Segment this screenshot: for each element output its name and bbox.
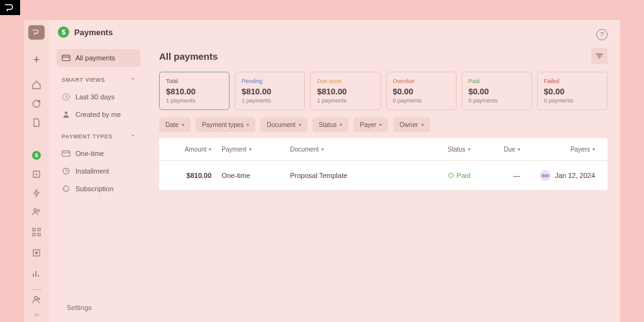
nav-rail: + $ JO xyxy=(24,20,49,322)
card-icon xyxy=(62,149,70,158)
chevron-down-icon: ▾ xyxy=(247,122,249,128)
card-overdue[interactable]: Overdue $0.00 0 payments xyxy=(386,72,457,110)
table-row[interactable]: $810.00 One-time Proposal Template Paid … xyxy=(159,160,608,191)
nav-subscription[interactable]: Subscription xyxy=(57,180,140,197)
installment-icon xyxy=(62,167,70,175)
chevron-down-icon: ▾ xyxy=(182,122,184,128)
card-total[interactable]: Total $810.00 1 payments xyxy=(159,72,230,110)
card-paid[interactable]: Paid $0.00 0 payments xyxy=(462,72,532,110)
brand-corner-logo xyxy=(0,0,20,15)
filter-document[interactable]: Document▾ xyxy=(260,118,308,132)
nav-settings[interactable]: Settings xyxy=(57,299,140,316)
svg-rect-19 xyxy=(62,151,70,157)
nav-one-time[interactable]: One-time xyxy=(57,145,140,162)
chevron-down-icon: ▾ xyxy=(321,147,324,152)
section-payment-types[interactable]: PAYMENT TYPES ⌃ xyxy=(57,131,140,142)
card-pending[interactable]: Pending $810.00 1 payments xyxy=(235,72,305,110)
dollar-icon: $ xyxy=(58,26,69,38)
col-amount[interactable]: Amount ▾ xyxy=(172,146,221,153)
main-content: ? All payments Total $810.00 1 payments … xyxy=(147,20,620,322)
svg-rect-8 xyxy=(33,228,35,231)
col-status[interactable]: Status ▾ xyxy=(408,146,470,153)
chevron-down-icon: ▾ xyxy=(421,122,424,128)
payments-table: Amount ▾ Payment ▾ Document ▾ Status ▾ D… xyxy=(159,138,608,191)
templates-icon[interactable] xyxy=(29,167,44,180)
filter-date[interactable]: Date▾ xyxy=(159,118,191,132)
apps-icon[interactable] xyxy=(29,225,44,240)
help-button[interactable]: ? xyxy=(596,29,608,40)
payer-avatar: BW xyxy=(540,170,551,181)
chevron-down-icon: ▾ xyxy=(340,122,342,128)
analytics-icon[interactable] xyxy=(29,266,44,281)
col-payment[interactable]: Payment ▾ xyxy=(221,146,290,153)
topbar: ? xyxy=(159,29,608,40)
chevron-down-icon: ▾ xyxy=(299,122,301,128)
page-header: All payments xyxy=(159,48,608,64)
card-icon xyxy=(62,53,70,62)
sidebar-header: $ Payments xyxy=(57,26,140,38)
recurring-icon xyxy=(62,184,70,193)
home-icon[interactable] xyxy=(29,78,44,91)
summary-cards: Total $810.00 1 payments Pending $810.00… xyxy=(159,72,608,110)
svg-rect-13 xyxy=(35,252,38,254)
svg-point-7 xyxy=(38,210,40,212)
filter-toggle-button[interactable] xyxy=(591,48,608,64)
app-frame: + $ JO $ Payments All payments SMART V xyxy=(24,20,620,322)
cell-document: Proposal Template xyxy=(290,172,408,179)
table-header: Amount ▾ Payment ▾ Document ▾ Status ▾ D… xyxy=(159,138,608,160)
cell-amount: $810.00 xyxy=(172,172,221,179)
nav-label: All payments xyxy=(75,54,115,62)
nav-created-by-me[interactable]: Created by me xyxy=(57,106,140,123)
status-dot-icon xyxy=(448,173,453,178)
cell-payment: One-time xyxy=(221,172,290,179)
sidebar: $ Payments All payments SMART VIEWS ⌃ La… xyxy=(49,20,147,322)
invite-icon[interactable] xyxy=(29,292,44,308)
chevron-down-icon: ▾ xyxy=(379,122,382,128)
svg-point-5 xyxy=(36,173,38,175)
chevron-up-icon: ⌃ xyxy=(131,77,136,83)
filter-payment-types[interactable]: Payment types▾ xyxy=(196,118,255,132)
svg-point-1 xyxy=(38,100,40,103)
svg-rect-9 xyxy=(38,228,40,231)
payments-icon[interactable]: $ xyxy=(29,148,44,162)
chevron-down-icon: ▾ xyxy=(249,147,252,152)
rail-footer-text: JO xyxy=(34,313,39,317)
filter-status[interactable]: Status▾ xyxy=(313,118,348,132)
col-payers[interactable]: Payers ▾ xyxy=(520,146,595,153)
page-title: All payments xyxy=(159,51,218,62)
filter-payer[interactable]: Payer▾ xyxy=(353,118,388,132)
svg-point-6 xyxy=(34,209,36,211)
cell-due: — xyxy=(470,172,520,179)
contacts-icon[interactable] xyxy=(29,206,44,219)
cell-payers: BW Jan 12, 2024 xyxy=(520,170,595,181)
svg-point-18 xyxy=(65,111,67,114)
documents-icon[interactable] xyxy=(29,116,44,130)
activity-icon[interactable] xyxy=(29,97,44,110)
chevron-down-icon: ▾ xyxy=(592,147,595,152)
library-icon[interactable] xyxy=(29,245,44,260)
brand-logo[interactable] xyxy=(28,25,45,40)
sidebar-title: Payments xyxy=(74,28,113,37)
automation-icon[interactable] xyxy=(29,187,44,200)
chevron-down-icon: ▾ xyxy=(209,147,211,152)
card-failed[interactable]: Failed $0.00 0 payments xyxy=(537,72,608,110)
svg-rect-11 xyxy=(38,233,40,236)
create-new-button[interactable]: + xyxy=(29,53,44,67)
person-icon xyxy=(62,110,70,119)
section-smart-views[interactable]: SMART VIEWS ⌃ xyxy=(57,74,140,86)
svg-point-14 xyxy=(35,296,38,299)
svg-rect-15 xyxy=(62,55,70,61)
svg-rect-10 xyxy=(33,233,35,236)
cell-status: Paid xyxy=(408,172,470,179)
nav-installment[interactable]: Installment xyxy=(57,162,140,180)
nav-last-30-days[interactable]: Last 30 days xyxy=(57,88,140,106)
filter-bar: Date▾ Payment types▾ Document▾ Status▾ P… xyxy=(159,118,608,132)
svg-text:$: $ xyxy=(35,152,38,158)
col-document[interactable]: Document ▾ xyxy=(290,146,408,153)
filter-icon xyxy=(596,53,603,59)
nav-all-payments[interactable]: All payments xyxy=(57,49,140,67)
chevron-up-icon: ⌃ xyxy=(131,134,136,140)
filter-owner[interactable]: Owner▾ xyxy=(393,118,430,132)
card-due-soon[interactable]: Due soon $810.00 1 payments xyxy=(310,72,380,110)
col-due[interactable]: Due ▾ xyxy=(470,146,520,153)
